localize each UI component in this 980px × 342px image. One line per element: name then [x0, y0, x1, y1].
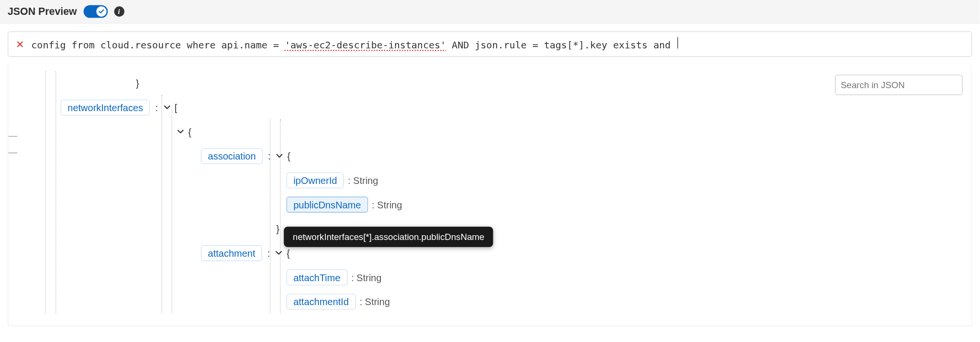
chevron-down-icon[interactable]: [274, 151, 284, 161]
clear-query-icon[interactable]: ✕: [15, 38, 25, 50]
chevron-down-icon[interactable]: [176, 126, 186, 137]
colon: :: [267, 248, 270, 259]
text-cursor: [678, 37, 678, 48]
brace-close: }: [136, 78, 139, 89]
query-text: config from cloud.resource where api.nam…: [31, 37, 678, 51]
colon: :: [155, 102, 158, 113]
chevron-down-icon[interactable]: [274, 248, 284, 258]
colon: :: [268, 150, 271, 161]
brace-open: {: [287, 248, 290, 259]
query-string-literal: 'aws-ec2-describe-instances': [285, 40, 446, 51]
brace-close: }: [276, 223, 279, 234]
key-attachTime[interactable]: attachTime: [287, 269, 347, 285]
chevron-down-icon[interactable]: [162, 102, 172, 112]
query-suffix: AND json.rule = tags[*].key exists and: [446, 40, 677, 51]
json-tree: } networkInterfaces : [ { association : …: [34, 71, 965, 314]
tree-row-array-item: {: [34, 119, 965, 144]
query-input-bar[interactable]: ✕ config from cloud.resource where api.n…: [8, 31, 972, 57]
page-title: JSON Preview: [8, 6, 77, 17]
tree-row-attachment: attachment : {: [34, 241, 965, 265]
type-label: : String: [351, 272, 381, 283]
key-networkInterfaces[interactable]: networkInterfaces: [61, 99, 150, 115]
brace-open: {: [287, 150, 290, 161]
tree-row-attachmentId: attachmentId : String: [34, 289, 965, 314]
key-ipOwnerId[interactable]: ipOwnerId: [287, 172, 344, 188]
tree-row-association: association : {: [34, 144, 965, 168]
tree-row-networkInterfaces: networkInterfaces : [: [34, 95, 965, 120]
toggle-knob: [96, 6, 106, 16]
brace-open: {: [188, 126, 191, 137]
key-publicDnsName[interactable]: publicDnsName: [287, 196, 368, 212]
tree-row-association-close: }: [34, 217, 965, 241]
json-preview-toggle[interactable]: [83, 5, 108, 18]
type-label: : String: [348, 175, 378, 186]
tree-row-publicDnsName: publicDnsName : String: [34, 192, 965, 217]
tree-row-attachTime: attachTime : String: [34, 265, 965, 289]
query-prefix: config from cloud.resource where api.nam…: [31, 40, 285, 51]
key-attachmentId[interactable]: attachmentId: [287, 294, 356, 309]
tree-row-ipOwnerId: ipOwnerId : String: [34, 168, 965, 193]
type-label: : String: [359, 296, 390, 307]
info-icon[interactable]: i: [114, 6, 124, 16]
type-label: : String: [372, 199, 402, 210]
bracket-open: [: [175, 102, 178, 113]
tree-row-close: }: [34, 71, 965, 95]
left-edge-ticks: [8, 125, 17, 158]
header-bar: JSON Preview i: [0, 0, 980, 23]
json-tree-panel: } networkInterfaces : [ { association : …: [8, 65, 972, 327]
key-association[interactable]: association: [201, 148, 263, 164]
key-attachment[interactable]: attachment: [201, 245, 262, 261]
